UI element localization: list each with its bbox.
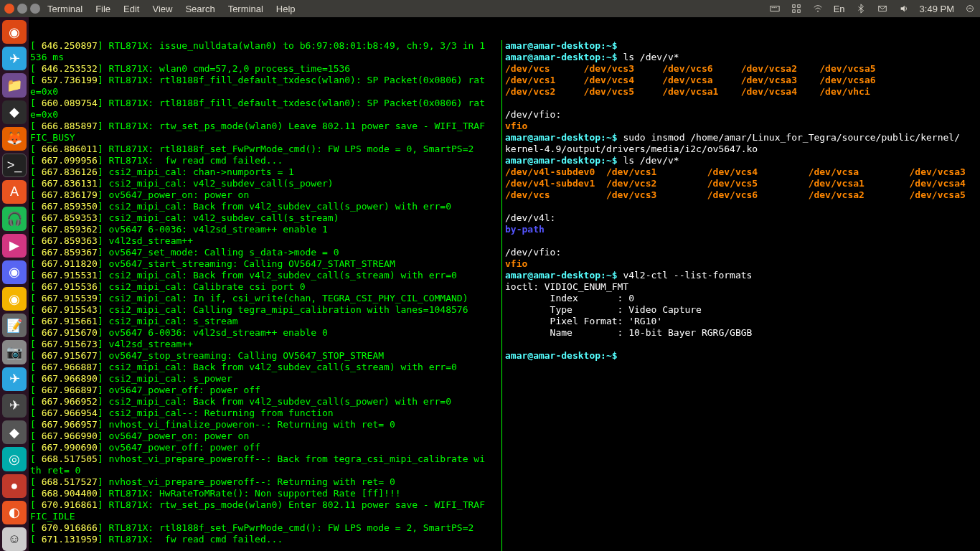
launcher-ubuntu-icon[interactable]: ◉ (2, 20, 27, 44)
svg-point-8 (817, 11, 819, 12)
launcher-plane-icon[interactable]: ✈ (2, 394, 27, 418)
svg-rect-0 (771, 6, 779, 11)
launcher-video-icon[interactable]: ▶ (2, 234, 27, 258)
svg-rect-6 (792, 10, 795, 13)
launcher-discord-icon[interactable]: ◉ (2, 260, 27, 284)
window-minimize-button[interactable] (17, 4, 27, 14)
launcher-telegram2-icon[interactable]: ✈ (2, 367, 27, 391)
svg-rect-4 (792, 5, 795, 8)
menu-help[interactable]: Help (276, 4, 296, 14)
menu-view[interactable]: View (152, 4, 172, 14)
svg-rect-2 (773, 7, 775, 8)
language-indicator[interactable]: En (834, 4, 845, 14)
launcher-telegram-icon[interactable]: ✈ (2, 47, 27, 70)
window-maximize-button[interactable] (30, 4, 40, 14)
svg-rect-3 (776, 7, 777, 8)
launcher-files-icon[interactable]: 📁 (2, 73, 27, 97)
svg-rect-7 (797, 10, 800, 13)
launcher-audio-icon[interactable]: 🎧 (2, 207, 27, 230)
app-name: Terminal (47, 4, 83, 14)
unity-launcher: ◉ ✈ 📁 ◆ 🦊 >_ A 🎧 ▶ ◉ ◉ 📝 📷 ✈ ✈ ◆ ◎ ● ◐ ☺ (0, 17, 29, 551)
wifi-icon[interactable] (812, 3, 824, 14)
volume-icon[interactable] (898, 3, 910, 14)
launcher-settings-icon[interactable]: ◎ (2, 447, 27, 471)
launcher-inkscape-icon[interactable]: ◆ (2, 100, 27, 124)
mail-icon[interactable] (877, 3, 888, 14)
clock[interactable]: 3:49 PM (920, 4, 954, 14)
keyboard-icon[interactable] (769, 3, 781, 14)
svg-rect-1 (771, 7, 773, 8)
apps-icon[interactable] (791, 3, 802, 14)
window-close-button[interactable] (4, 4, 14, 14)
launcher-orange-icon[interactable]: ◐ (2, 501, 27, 524)
svg-point-10 (967, 6, 974, 12)
menu-terminal[interactable]: Terminal (228, 4, 263, 14)
menu-edit[interactable]: Edit (123, 4, 139, 14)
launcher-red-icon[interactable]: ● (2, 474, 27, 498)
tmux-right-pane[interactable]: amar@amar-desktop:~$ amar@amar-desktop:~… (502, 40, 980, 551)
launcher-terminal-icon[interactable]: >_ (2, 154, 27, 177)
tmux-left-pane[interactable]: [ 646.250897] RTL871X: issue_nulldata(wl… (29, 40, 502, 551)
launcher-face-icon[interactable]: ☺ (2, 527, 27, 551)
top-menubar: Terminal File Edit View Search Terminal … (0, 0, 980, 17)
launcher-text-icon[interactable]: 📝 (2, 314, 27, 337)
launcher-chrome-icon[interactable]: ◉ (2, 287, 27, 311)
menu-file[interactable]: File (95, 4, 110, 14)
menu-search[interactable]: Search (185, 4, 215, 14)
terminal-area[interactable]: [ 646.250897] RTL871X: issue_nulldata(wl… (29, 17, 980, 551)
window-buttons (4, 4, 40, 14)
launcher-camera-icon[interactable]: 📷 (2, 340, 27, 364)
system-tray: En 3:49 PM (769, 3, 976, 14)
power-icon[interactable] (964, 3, 976, 14)
launcher-gray-icon[interactable]: ◆ (2, 420, 27, 444)
svg-rect-5 (797, 5, 800, 8)
launcher-firefox-icon[interactable]: 🦊 (2, 127, 27, 151)
launcher-software-icon[interactable]: A (2, 180, 27, 204)
bluetooth-icon[interactable] (855, 3, 867, 14)
